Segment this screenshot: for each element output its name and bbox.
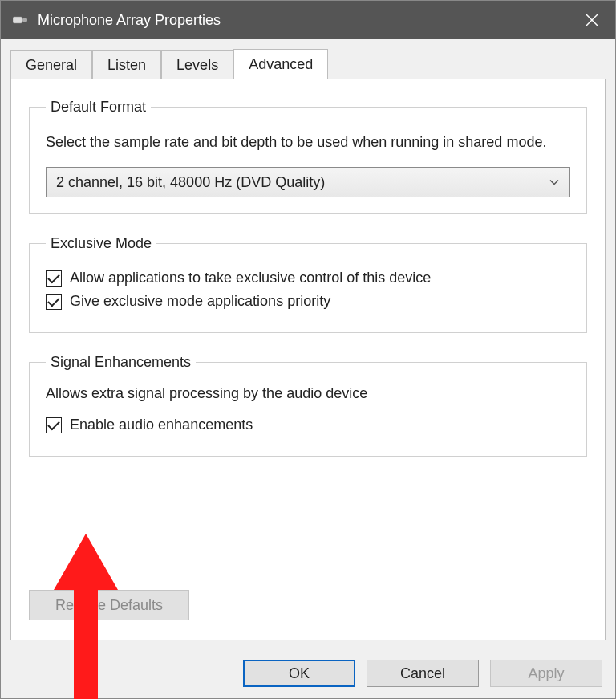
cancel-button[interactable]: Cancel: [367, 660, 479, 687]
group-exclusive-mode: Exclusive Mode Allow applications to tak…: [29, 235, 587, 333]
legend-signal-enhancements: Signal Enhancements: [46, 354, 196, 371]
tab-panel-advanced: Default Format Select the sample rate an…: [10, 79, 606, 640]
svg-point-1: [22, 18, 27, 22]
ok-button[interactable]: OK: [243, 660, 355, 687]
checkbox-exclusive-priority[interactable]: Give exclusive mode applications priorit…: [46, 293, 570, 310]
tab-general[interactable]: General: [10, 50, 92, 79]
tab-levels[interactable]: Levels: [161, 50, 233, 79]
properties-dialog: Microphone Array Properties General List…: [0, 0, 616, 699]
checkbox-allow-exclusive[interactable]: Allow applications to take exclusive con…: [46, 270, 570, 287]
checkbox-icon: [46, 270, 62, 287]
checkbox-label: Allow applications to take exclusive con…: [70, 270, 431, 287]
legend-exclusive-mode: Exclusive Mode: [46, 235, 156, 252]
restore-defaults-button[interactable]: Restore Defaults: [29, 590, 189, 620]
group-signal-enhancements: Signal Enhancements Allows extra signal …: [29, 354, 587, 457]
window-title: Microphone Array Properties: [38, 12, 221, 29]
checkbox-icon: [46, 294, 62, 310]
legend-default-format: Default Format: [46, 99, 151, 116]
dialog-button-row: OK Cancel Apply: [1, 648, 615, 698]
checkbox-enable-enhancements[interactable]: Enable audio enhancements: [46, 417, 570, 433]
signal-enhancements-description: Allows extra signal processing by the au…: [46, 385, 570, 402]
format-select[interactable]: 2 channel, 16 bit, 48000 Hz (DVD Quality…: [46, 167, 570, 197]
format-select-value: 2 channel, 16 bit, 48000 Hz (DVD Quality…: [56, 174, 325, 191]
checkbox-label: Give exclusive mode applications priorit…: [70, 293, 330, 310]
default-format-description: Select the sample rate and bit depth to …: [46, 132, 570, 152]
checkbox-label: Enable audio enhancements: [70, 417, 253, 433]
checkbox-icon: [46, 417, 62, 433]
tab-advanced[interactable]: Advanced: [233, 49, 328, 79]
microphone-icon: [12, 13, 30, 27]
svg-rect-0: [13, 17, 22, 23]
close-button[interactable]: [569, 1, 615, 39]
dialog-body: General Listen Levels Advanced Default F…: [1, 39, 615, 648]
close-icon: [586, 14, 598, 26]
tab-bar: General Listen Levels Advanced: [10, 49, 606, 79]
group-default-format: Default Format Select the sample rate an…: [29, 99, 587, 214]
tab-listen[interactable]: Listen: [92, 50, 161, 79]
apply-button: Apply: [490, 660, 602, 687]
titlebar: Microphone Array Properties: [1, 1, 615, 39]
chevron-down-icon: [549, 174, 560, 191]
